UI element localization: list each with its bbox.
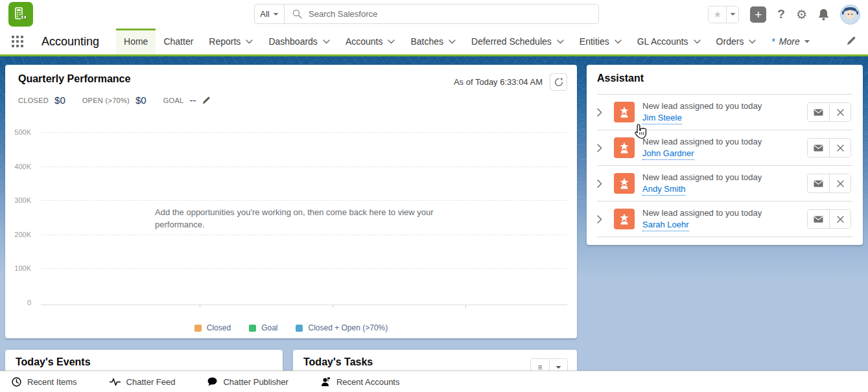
favorites-star-icon[interactable]: ★: [709, 6, 726, 23]
dismiss-x-icon[interactable]: [829, 174, 850, 192]
nav-tab[interactable]: Deferred Schedules: [463, 29, 572, 54]
lead-name-link[interactable]: Sarah Loehr: [642, 218, 689, 231]
nav-tab-more[interactable]: * More: [764, 29, 817, 54]
performance-chart: 500K 400K 300K 200K 100K 0: [5, 65, 577, 338]
lead-name-link[interactable]: Jim Steele: [642, 111, 682, 124]
chevron-right-icon[interactable]: [597, 144, 614, 152]
assistant-item: New lead assigned to you today Sarah Loe…: [597, 202, 852, 237]
dismiss-x-icon[interactable]: [829, 210, 850, 228]
utility-chatter-feed[interactable]: Chatter Feed: [110, 377, 176, 387]
legend-item: Closed: [194, 323, 231, 332]
chevron-down-icon[interactable]: [246, 40, 253, 44]
notifications-bell-icon[interactable]: [818, 8, 829, 21]
assistant-message: New lead assigned to you today: [642, 100, 807, 111]
help-icon[interactable]: ?: [777, 7, 785, 21]
assistant-title: Assistant: [597, 73, 644, 84]
email-icon[interactable]: [808, 210, 829, 228]
assistant-item: New lead assigned to you today Andy Smit…: [597, 166, 852, 202]
y-axis-tick-label: 200K: [5, 231, 31, 238]
app-name: Accounting: [41, 35, 99, 49]
header-actions: ★ + ? ⚙: [708, 0, 860, 29]
gridline: [41, 235, 567, 235]
search-scope-selector[interactable]: All: [255, 5, 285, 23]
favorites-combo: ★: [708, 6, 739, 23]
legend-label: Goal: [261, 323, 277, 332]
assistant-item-text: New lead assigned to you today John Gard…: [642, 136, 807, 160]
nav-tab-label: Reports: [209, 36, 240, 47]
global-header: All ★ + ? ⚙: [0, 0, 868, 29]
utility-recent-items[interactable]: Recent Items: [12, 377, 77, 387]
speech-bubble-icon: [207, 377, 217, 386]
search-input[interactable]: [309, 9, 591, 19]
nav-tabs: Home Chatter Reports Dashboards Accounts: [116, 29, 764, 54]
nav-tab[interactable]: Batches: [403, 29, 463, 54]
email-icon[interactable]: [808, 174, 829, 192]
nav-tab[interactable]: Home: [116, 29, 156, 54]
chevron-down-icon[interactable]: [694, 40, 701, 44]
chevron-right-icon[interactable]: [597, 108, 614, 117]
assistant-item-actions: [807, 102, 851, 122]
search-box: [285, 5, 598, 23]
favorites-menu-button[interactable]: [726, 6, 738, 23]
chart-empty-message: Add the opportunities you're working on,…: [152, 205, 456, 232]
chevron-down-icon[interactable]: [557, 40, 564, 44]
setup-gear-icon[interactable]: ⚙: [796, 7, 807, 22]
chevron-down-icon: [730, 12, 736, 16]
nav-tab[interactable]: Dashboards: [261, 29, 338, 54]
nav-tab[interactable]: Entities: [572, 29, 629, 54]
utility-chatter-publisher[interactable]: Chatter Publisher: [207, 377, 288, 387]
nav-tab-label: Chatter: [163, 36, 193, 47]
utility-bar: Recent Items Chatter Feed Chatter Publis…: [0, 371, 868, 392]
assistant-message: New lead assigned to you today: [642, 172, 807, 183]
email-icon[interactable]: [808, 139, 829, 157]
lead-name-link[interactable]: Andy Smith: [642, 183, 685, 196]
lead-icon: [614, 173, 635, 194]
app-launcher-waffle-icon[interactable]: [12, 36, 29, 47]
app-nav-bar: Accounting Home Chatter Reports Dashboar…: [0, 29, 868, 56]
global-add-icon[interactable]: +: [750, 6, 766, 23]
chevron-down-icon[interactable]: [749, 40, 756, 44]
assistant-item-actions: [807, 209, 851, 229]
nav-tab[interactable]: GL Accounts: [629, 29, 709, 54]
calculator-icon: [13, 6, 29, 22]
y-axis-tick-label: 0: [5, 299, 31, 306]
utility-item-label: Recent Items: [27, 377, 77, 387]
assistant-item-actions: [807, 138, 851, 157]
gridline: [41, 200, 567, 201]
dismiss-x-icon[interactable]: [829, 139, 850, 157]
lead-name-link[interactable]: John Gardner: [642, 147, 694, 160]
chevron-down-icon[interactable]: [323, 40, 330, 44]
nav-tab[interactable]: Orders: [709, 29, 764, 54]
chevron-down-icon[interactable]: [615, 40, 622, 44]
user-avatar[interactable]: [840, 5, 860, 25]
nav-tab[interactable]: Reports: [201, 29, 261, 54]
dismiss-x-icon[interactable]: [829, 103, 850, 121]
legend-item: Goal: [249, 323, 277, 332]
utility-recent-accounts[interactable]: Recent Accounts: [321, 377, 400, 387]
nav-tab-label: Accounts: [346, 36, 383, 47]
nav-tab[interactable]: Chatter: [156, 29, 201, 54]
y-axis-tick-label: 300K: [5, 196, 31, 204]
todays-events-title: Today's Events: [16, 356, 91, 368]
chevron-right-icon[interactable]: [597, 179, 614, 188]
utility-item-label: Recent Accounts: [336, 377, 400, 387]
nav-tab-label: Dashboards: [268, 36, 318, 47]
chevron-down-icon[interactable]: [388, 40, 395, 44]
chart-legend: Closed Goal Closed + Open (>70%): [5, 323, 577, 332]
email-icon[interactable]: [808, 103, 829, 121]
accounting-app-logo[interactable]: [8, 2, 33, 27]
assistant-message: New lead assigned to you today: [642, 136, 807, 147]
edit-nav-pencil-icon[interactable]: [847, 36, 856, 48]
legend-swatch: [249, 325, 256, 332]
chevron-down-icon[interactable]: [449, 40, 456, 44]
chevron-right-icon[interactable]: [597, 215, 614, 224]
assistant-item-text: New lead assigned to you today Andy Smit…: [642, 172, 807, 196]
chevron-down-icon: [804, 40, 810, 44]
quarterly-performance-card: Quarterly Performance As of Today 6:33:0…: [5, 65, 577, 338]
todays-tasks-title: Today's Tasks: [303, 356, 373, 368]
assistant-items: New lead assigned to you today Jim Steel…: [597, 94, 852, 237]
nav-tab[interactable]: Accounts: [338, 29, 403, 54]
chart-x-labels: [41, 309, 567, 319]
utility-item-label: Chatter Publisher: [223, 377, 288, 387]
pulse-icon: [110, 378, 121, 386]
